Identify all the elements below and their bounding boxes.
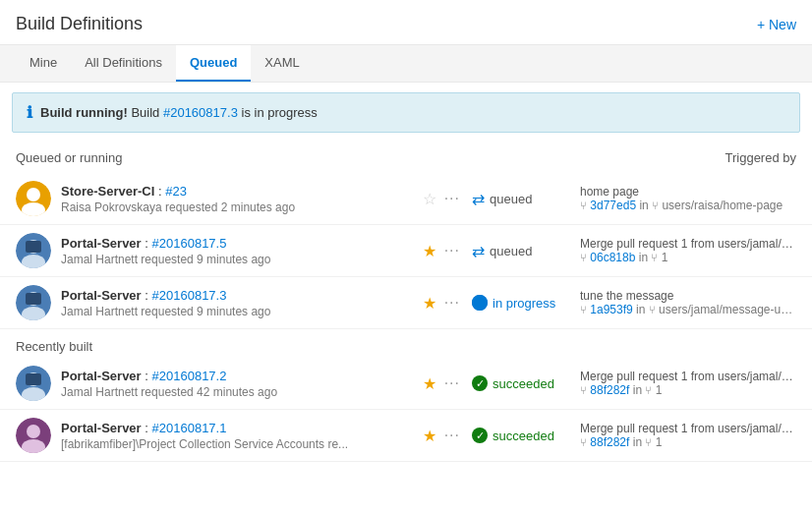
more-button[interactable]: ··· [444, 294, 460, 312]
section-headers: Queued or running Triggered by [0, 143, 812, 173]
definition-name[interactable]: Portal-Server [61, 369, 142, 383]
build-sub: [fabrikamfiber]\Project Collection Servi… [61, 437, 423, 451]
trigger-meta: ⑂ 06c818b in ⑂ 1 [580, 251, 796, 264]
definition-name[interactable]: Store-Server-CI [61, 184, 154, 199]
branch-name: 1 [662, 251, 668, 264]
build-sub: Jamal Hartnett requested 9 minutes ago [61, 253, 423, 266]
commit-hash: 88f282f [590, 435, 629, 449]
branch-sep: in [633, 383, 646, 397]
star-button[interactable]: ☆ [423, 190, 436, 208]
info-icon: ℹ [27, 103, 32, 122]
avatar [16, 181, 51, 216]
status-label: succeeded [493, 376, 554, 391]
build-item: Portal-Server : #20160817.5 Jamal Hartne… [0, 225, 812, 277]
tab-mine[interactable]: Mine [16, 45, 71, 82]
tab-xaml[interactable]: XAML [251, 45, 313, 82]
status-succeeded: ✓ succeeded [472, 375, 554, 391]
build-info: Portal-Server : #20160817.3 Jamal Hartne… [61, 288, 423, 318]
queue-icon: ⇄ [472, 242, 485, 260]
star-button[interactable]: ★ [423, 294, 436, 313]
build-info: Portal-Server : #20160817.2 Jamal Hartne… [61, 369, 423, 399]
status-col: ✓ succeeded [472, 428, 580, 443]
status-col: in progress [472, 295, 580, 311]
build-item: Store-Server-CI : #23 Raisa Pokrovskaya … [0, 173, 812, 225]
success-icon: ✓ [472, 428, 488, 443]
avatar [16, 233, 51, 268]
definition-name[interactable]: Portal-Server [61, 288, 142, 303]
svg-point-17 [27, 425, 40, 438]
status-label: in progress [493, 296, 555, 311]
definition-name[interactable]: Portal-Server [61, 236, 142, 251]
build-number[interactable]: #23 [165, 184, 187, 199]
status-queued: ⇄ queued [472, 190, 532, 208]
commit-hash: 88f282f [590, 383, 629, 397]
build-name: Store-Server-CI : #23 [61, 184, 423, 199]
trigger-message: Merge pull request 1 from users/jamal/me… [580, 370, 796, 383]
trigger-message: home page [580, 185, 796, 199]
build-sub: Jamal Hartnett requested 9 minutes ago [61, 305, 423, 318]
trigger-message: Merge pull request 1 from users/jamal/me… [580, 422, 796, 435]
git-icon: ⑂ [580, 384, 587, 396]
star-button[interactable]: ★ [423, 427, 436, 445]
branch-name: 1 [656, 435, 663, 449]
definition-name[interactable]: Portal-Server [61, 421, 142, 435]
more-button[interactable]: ··· [444, 190, 460, 207]
commit-hash: 1a953f9 [590, 303, 632, 316]
branch-icon: ⑂ [649, 304, 656, 315]
build-number[interactable]: #20160817.1 [152, 421, 227, 435]
progress-icon [472, 295, 488, 311]
status-col: ⇄ queued [472, 242, 580, 260]
star-button[interactable]: ★ [423, 242, 436, 260]
banner-text: Build running! Build #20160817.3 is in p… [40, 105, 318, 120]
star-button[interactable]: ★ [423, 374, 436, 393]
branch-sep: in [639, 251, 652, 264]
more-button[interactable]: ··· [444, 374, 460, 392]
banner-link[interactable]: #20160817.3 [163, 105, 238, 120]
branch-icon: ⑂ [652, 200, 659, 211]
build-item: Portal-Server : #20160817.2 Jamal Hartne… [0, 358, 812, 410]
status-label: queued [490, 192, 532, 206]
build-name: Portal-Server : #20160817.2 [61, 369, 423, 383]
build-sub: Raisa Pokrovskaya requested 2 minutes ag… [61, 200, 423, 214]
build-item: Portal-Server : #20160817.1 [fabrikamfib… [0, 410, 812, 462]
build-name: Portal-Server : #20160817.5 [61, 236, 423, 251]
new-button[interactable]: + New [757, 17, 796, 32]
build-number[interactable]: #20160817.2 [152, 369, 227, 383]
svg-point-1 [27, 188, 40, 201]
name-sep: : [145, 369, 151, 383]
more-button[interactable]: ··· [444, 427, 460, 444]
branch-icon: ⑂ [651, 252, 658, 263]
status-succeeded: ✓ succeeded [472, 428, 554, 443]
branch-name: 1 [656, 383, 663, 397]
page-title: Build Definitions [16, 14, 143, 34]
tab-all-definitions[interactable]: All Definitions [71, 45, 176, 82]
trigger-info: Merge pull request 1 from users/jamal/me… [580, 422, 796, 449]
trigger-meta: ⑂ 88f282f in ⑂ 1 [580, 383, 796, 397]
trigger-meta: ⑂ 1a953f9 in ⑂ users/jamal/message-upda [580, 303, 796, 316]
build-number[interactable]: #20160817.3 [152, 288, 227, 303]
status-queued: ⇄ queued [472, 242, 532, 260]
commit-hash: 3d77ed5 [590, 199, 636, 212]
svg-rect-15 [26, 373, 41, 385]
branch-name: users/jamal/message-upda [659, 303, 796, 316]
branch-icon: ⑂ [645, 384, 652, 396]
git-icon: ⑂ [580, 200, 587, 211]
recent-list: Portal-Server : #20160817.2 Jamal Hartne… [0, 358, 812, 462]
trigger-info: Merge pull request 1 from users/jamal/me… [580, 370, 796, 397]
queued-list: Store-Server-CI : #23 Raisa Pokrovskaya … [0, 173, 812, 329]
recently-built-label: Recently built [0, 329, 812, 358]
tab-queued[interactable]: Queued [176, 45, 251, 82]
trigger-info: home page ⑂ 3d77ed5 in ⑂ users/raisa/hom… [580, 185, 796, 212]
branch-sep: in [633, 435, 646, 449]
more-button[interactable]: ··· [444, 242, 460, 259]
trigger-meta: ⑂ 3d77ed5 in ⑂ users/raisa/home-page [580, 199, 796, 212]
svg-rect-6 [26, 241, 41, 253]
git-icon: ⑂ [580, 304, 587, 315]
build-info: Portal-Server : #20160817.5 Jamal Hartne… [61, 236, 423, 266]
name-sep: : [145, 236, 151, 251]
build-name: Portal-Server : #20160817.1 [61, 421, 423, 435]
branch-sep: in [636, 303, 649, 316]
avatar [16, 285, 51, 320]
git-icon: ⑂ [580, 252, 587, 263]
build-number[interactable]: #20160817.5 [152, 236, 227, 251]
